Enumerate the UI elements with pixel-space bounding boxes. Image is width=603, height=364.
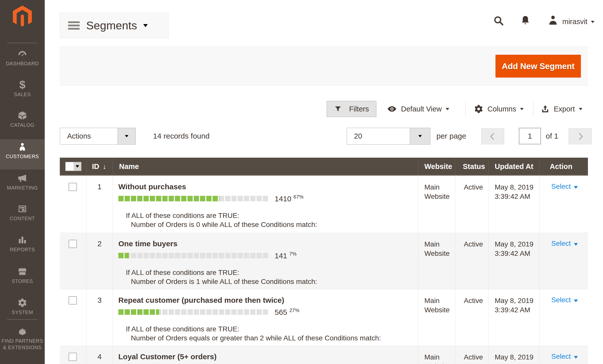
select-caret-icon (574, 356, 578, 359)
grid-header-row: ID↓ Name Website Status Updated At Actio… (60, 158, 588, 176)
toolbar-divider (533, 101, 533, 116)
segment-conditions: If ALL of these conditions are TRUE: Num… (126, 325, 418, 343)
segment-name: Repeat customer (purchased more then twi… (118, 296, 418, 305)
logged-in-user[interactable]: mirasvit (562, 18, 587, 26)
gear-icon (474, 104, 483, 114)
column-header-updated-at[interactable]: Updated At (488, 158, 539, 175)
sidebar-item-label: SALES (0, 91, 45, 98)
sort-descending-icon[interactable]: ↓ (103, 163, 106, 170)
sidebar-item-system[interactable]: SYSTEM (0, 295, 45, 325)
columns-control[interactable]: Columns (474, 101, 524, 117)
page-number-input[interactable] (519, 128, 541, 144)
chevron-left-icon (490, 133, 497, 140)
segment-percent: 67% (293, 194, 304, 200)
user-menu-caret-icon[interactable] (591, 21, 594, 23)
toolbar-divider (465, 101, 466, 116)
customers-icon (0, 142, 45, 152)
per-page-select[interactable]: 20 (347, 128, 430, 145)
dashboard-icon (0, 49, 45, 59)
sidebar-item-sales[interactable]: $ SALES (0, 77, 45, 107)
sidebar-item-content[interactable]: CONTENT (0, 201, 45, 231)
sidebar-item-reports[interactable]: REPORTS (0, 232, 45, 263)
column-header-id[interactable]: ID↓ (86, 158, 113, 175)
sidebar-divider (7, 319, 37, 320)
row-updated-at: May 8, 20193:39:42 AM (489, 176, 539, 201)
records-found-text: 14 records found (153, 132, 210, 140)
segment-percent: 7% (289, 251, 296, 257)
row-checkbox[interactable] (69, 183, 77, 191)
next-page-button[interactable] (569, 128, 592, 144)
select-all-checkbox[interactable] (66, 162, 74, 171)
user-icon[interactable] (547, 15, 559, 27)
column-header-website[interactable]: Website (418, 158, 455, 175)
row-status: Active (455, 233, 488, 249)
title-caret-icon[interactable] (143, 24, 148, 27)
sidebar-item-label: MARKETING (0, 185, 45, 191)
export-icon (541, 104, 550, 113)
row-select-action[interactable]: Select (540, 346, 588, 360)
select-all-checkbox-dropdown[interactable] (65, 162, 81, 171)
catalog-icon (0, 110, 45, 121)
row-website: Main Website (418, 233, 455, 258)
admin-sidebar: DASHBOARD $ SALES CATALOG CUSTOMERS MARK… (0, 0, 45, 364)
select-caret-icon (574, 186, 578, 189)
sidebar-item-label: STORES (0, 278, 45, 284)
search-icon[interactable] (493, 15, 505, 28)
row-select-action[interactable]: Select (540, 233, 588, 248)
page-title: Segments (86, 19, 137, 32)
select-caret-icon (574, 299, 578, 302)
segment-size-bar (118, 309, 269, 315)
magento-logo-icon[interactable] (13, 6, 32, 28)
row-checkbox[interactable] (69, 353, 77, 361)
row-select-action[interactable]: Select (540, 289, 588, 304)
row-checkbox[interactable] (69, 296, 77, 305)
row-updated-at: May 8, 20193:39:42 AM (489, 289, 539, 315)
sidebar-item-label: DASHBOARD (0, 60, 45, 67)
sidebar-item-customers[interactable]: CUSTOMERS (0, 139, 45, 169)
row-status: Active (455, 289, 488, 305)
columns-caret-icon (520, 108, 524, 110)
select-caret-icon (574, 243, 578, 246)
add-new-segment-button[interactable]: Add New Segment (495, 55, 581, 78)
column-header-name[interactable]: Name (113, 158, 418, 175)
sidebar-item-marketing[interactable]: MARKETING (0, 171, 45, 201)
segment-conditions: If ALL of these conditions are TRUE: Num… (126, 211, 418, 229)
view-caret-icon (446, 108, 449, 110)
actions-select[interactable]: Actions (60, 128, 136, 145)
export-control[interactable]: Export (541, 101, 582, 117)
row-updated-at: May 8, 20193:39:42 AM (489, 233, 539, 258)
actions-select-caret-icon (118, 128, 135, 144)
segment-name: Without purchases (118, 183, 418, 191)
row-id: 1 (86, 176, 113, 233)
row-checkbox[interactable] (69, 240, 77, 248)
select-all-caret-icon[interactable] (74, 162, 81, 171)
select-all-header-cell (60, 158, 86, 175)
sidebar-item-label: CONTENT (0, 215, 45, 222)
page-title-box: Segments (60, 13, 169, 38)
column-header-status[interactable]: Status (455, 158, 488, 175)
view-control[interactable]: Default View (387, 101, 449, 117)
previous-page-button[interactable] (481, 128, 504, 144)
filters-label: Filters (349, 105, 369, 113)
chevron-right-icon (576, 133, 583, 140)
segments-grid: ID↓ Name Website Status Updated At Actio… (60, 158, 588, 364)
sidebar-item-dashboard[interactable]: DASHBOARD (0, 46, 45, 77)
row-select-action[interactable]: Select (540, 176, 588, 191)
row-updated-at: May 8, 20193:39:42 AM (489, 346, 539, 364)
menu-hamburger-icon[interactable] (68, 20, 80, 31)
segment-size-bar (118, 253, 269, 258)
per-page-select-value: 20 (347, 128, 410, 144)
filters-button[interactable]: Filters (327, 101, 376, 117)
row-id: 2 (86, 233, 113, 289)
segment-count: 565 27% (275, 308, 299, 317)
sidebar-item-stores[interactable]: STORES (0, 264, 45, 294)
magento-admin-segments-page: DASHBOARD $ SALES CATALOG CUSTOMERS MARK… (0, 0, 603, 364)
sidebar-item-find-partners[interactable]: FIND PARTNERS & EXTENSIONS (0, 324, 45, 354)
segment-percent: 27% (289, 308, 299, 313)
row-website: Main Website (418, 346, 455, 364)
system-icon (0, 298, 45, 308)
sidebar-divider (7, 43, 37, 43)
notification-bell-icon[interactable] (520, 15, 531, 27)
segment-name: Loyal Customer (5+ orders) (118, 352, 418, 361)
sidebar-item-catalog[interactable]: CATALOG (0, 108, 45, 138)
